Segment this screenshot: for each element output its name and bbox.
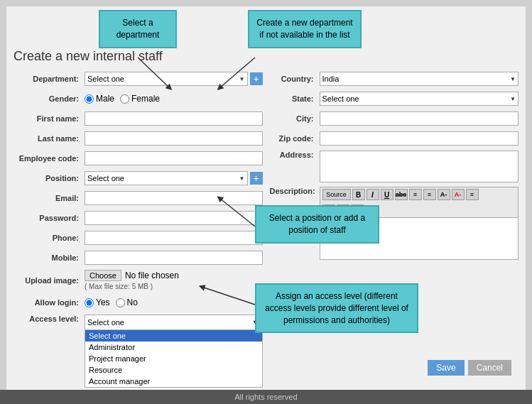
state-select[interactable]: Select one ▼: [320, 92, 519, 106]
employee-code-row: Employee code:: [13, 151, 263, 166]
password-row: Password:: [13, 210, 263, 226]
country-row: Country: India ▼: [270, 71, 519, 87]
mobile-row: Mobile:: [13, 250, 263, 266]
access-level-row: Access level: Select one ▼ Select one Ad…: [13, 315, 263, 388]
department-select-wrapper: Select one ▼ +: [85, 72, 263, 86]
state-row: State: Select one ▼: [270, 91, 519, 107]
allow-yes-radio[interactable]: [85, 298, 94, 307]
email-input[interactable]: [85, 191, 263, 205]
position-select[interactable]: Select one ▼: [85, 171, 248, 185]
city-label: City:: [270, 114, 320, 123]
password-label: Password:: [13, 214, 85, 222]
tooltip-access-level: Assign an access level (different access…: [255, 283, 418, 333]
toolbar-separator: [322, 202, 516, 203]
access-option-project-manager[interactable]: Project manager: [85, 353, 262, 364]
allow-no-label: No: [127, 297, 138, 307]
access-option-account-manager[interactable]: Account manager: [85, 376, 262, 387]
address-label: Address:: [270, 151, 320, 159]
upload-row: Upload image: Choose No file chosen ( Ma…: [13, 270, 263, 290]
country-label: Country:: [270, 75, 320, 83]
access-level-label: Access level:: [13, 315, 85, 323]
action-buttons: Save Cancel: [428, 360, 511, 376]
editor-underline-btn[interactable]: U: [381, 189, 393, 200]
allow-login-row: Allow login: Yes No: [13, 295, 263, 310]
department-row: Department: Select one ▼ +: [13, 71, 263, 87]
access-selected-value: Select one: [87, 318, 124, 327]
position-arrow-icon: ▼: [239, 175, 245, 182]
allow-no-radio[interactable]: [116, 298, 125, 307]
main-container: Select a department Create a new departm…: [6, 6, 526, 398]
gender-male-radio[interactable]: [85, 94, 94, 104]
editor-indent-btn[interactable]: ≡: [466, 189, 479, 200]
address-row: Address:: [270, 151, 519, 182]
password-input[interactable]: [85, 211, 263, 225]
city-input[interactable]: [320, 111, 519, 126]
mobile-input[interactable]: [85, 251, 263, 265]
access-options-list: Select one Administrator Project manager…: [85, 329, 262, 387]
employee-code-input[interactable]: [85, 151, 263, 165]
description-label: Description:: [270, 187, 320, 195]
max-file-text: ( Max file size: 5 MB ): [85, 283, 179, 290]
editor-font-decrease-btn[interactable]: A-: [438, 189, 450, 200]
gender-female-label: Female: [131, 94, 160, 104]
access-option-resource[interactable]: Resource: [85, 364, 262, 376]
save-button[interactable]: Save: [428, 360, 464, 376]
gender-female-item: Female: [120, 94, 160, 104]
editor-ol-btn[interactable]: ≡: [409, 189, 422, 200]
zip-row: Zip code:: [270, 131, 519, 146]
cancel-button[interactable]: Cancel: [468, 360, 511, 376]
access-level-container: Select one ▼ Select one Administrator Pr…: [85, 315, 263, 388]
zip-input[interactable]: [320, 131, 519, 146]
allow-yes-label: Yes: [96, 297, 110, 307]
editor-italic-btn[interactable]: I: [367, 189, 379, 200]
state-arrow-icon: ▼: [510, 96, 516, 102]
department-select[interactable]: Select one ▼: [85, 72, 248, 86]
allow-login-label: Allow login:: [13, 298, 85, 307]
editor-strikethrough-btn[interactable]: abc: [395, 189, 408, 200]
allow-login-radio-group: Yes No: [85, 297, 138, 307]
page-title: Create a new internal staff: [13, 49, 519, 64]
left-panel: Department: Select one ▼ + Gender: Male: [13, 71, 263, 392]
address-input[interactable]: [320, 151, 519, 182]
firstname-row: First name:: [13, 111, 263, 126]
gender-male-label: Male: [96, 94, 114, 104]
lastname-input[interactable]: [85, 131, 263, 146]
tooltip-new-department: Create a new department if not available…: [248, 10, 362, 48]
upload-label: Upload image:: [13, 276, 85, 285]
phone-input[interactable]: [85, 231, 263, 245]
mobile-label: Mobile:: [13, 253, 85, 262]
access-select-header[interactable]: Select one ▼: [85, 315, 262, 329]
allow-yes-item: Yes: [85, 297, 110, 307]
access-level-dropdown[interactable]: Select one ▼ Select one Administrator Pr…: [85, 315, 263, 388]
email-label: Email:: [13, 194, 85, 202]
choose-file-button[interactable]: Choose: [85, 270, 121, 281]
gender-male-item: Male: [85, 94, 114, 104]
city-row: City:: [270, 111, 519, 126]
firstname-input[interactable]: [85, 111, 263, 126]
lastname-label: Last name:: [13, 134, 85, 143]
access-option-select-one[interactable]: Select one: [85, 330, 262, 342]
file-input-row: Choose No file chosen: [85, 270, 179, 281]
tooltip-department: Select a department: [99, 10, 177, 48]
gender-radio-group: Male Female: [85, 94, 160, 104]
state-placeholder: Select one: [322, 94, 359, 103]
gender-female-radio[interactable]: [120, 94, 129, 104]
phone-row: Phone:: [13, 230, 263, 246]
editor-ul-btn[interactable]: ≡: [423, 189, 436, 200]
access-option-administrator[interactable]: Administrator: [85, 342, 262, 353]
upload-area: Choose No file chosen ( Max file size: 5…: [85, 270, 179, 290]
add-department-button[interactable]: +: [250, 72, 263, 85]
state-label: State:: [270, 94, 320, 103]
phone-label: Phone:: [13, 234, 85, 242]
editor-bold-btn[interactable]: B: [352, 189, 365, 200]
department-label: Department:: [13, 75, 85, 83]
position-label: Position:: [13, 174, 85, 182]
country-select[interactable]: India ▼: [320, 72, 519, 86]
department-arrow-icon: ▼: [239, 76, 245, 82]
add-position-button[interactable]: +: [250, 172, 263, 185]
editor-font-increase-btn[interactable]: A-: [452, 189, 465, 200]
country-value: India: [322, 75, 340, 83]
position-row: Position: Select one ▼ +: [13, 170, 263, 186]
footer-text: All rights reserved: [234, 393, 297, 401]
editor-source-btn[interactable]: Source: [322, 189, 351, 200]
